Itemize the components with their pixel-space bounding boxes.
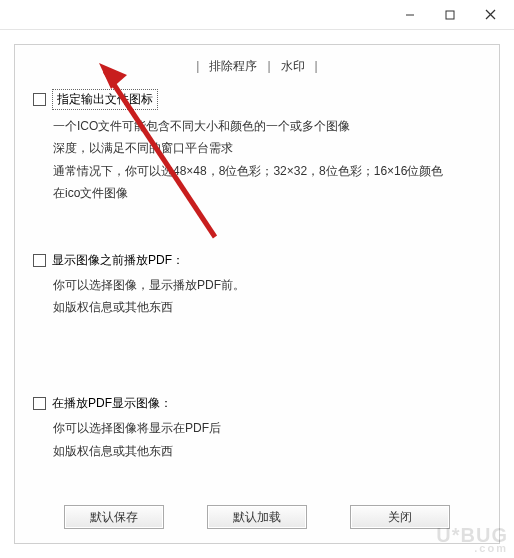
checkbox-label-after-pdf: 在播放PDF显示图像： xyxy=(52,395,172,412)
site-watermark: U*BUG .com xyxy=(436,526,508,554)
desc-line: 如版权信息或其他东西 xyxy=(53,297,481,317)
checkbox-after-pdf[interactable] xyxy=(33,397,46,410)
checkbox-label-output-icon: 指定输出文件图标 xyxy=(52,89,158,110)
tab-watermark[interactable]: 水印 xyxy=(277,58,309,75)
section-after-pdf: 在播放PDF显示图像： 你可以选择图像将显示在PDF后 如版权信息或其他东西 xyxy=(15,383,499,467)
load-default-button[interactable]: 默认加载 xyxy=(207,505,307,529)
tab-exclude-program[interactable]: 排除程序 xyxy=(205,58,261,75)
window-titlebar xyxy=(0,0,514,30)
tab-separator: | xyxy=(190,59,205,73)
close-button[interactable] xyxy=(470,1,510,29)
desc-line: 你可以选择图像将显示在PDF后 xyxy=(53,418,481,438)
maximize-button[interactable] xyxy=(430,1,470,29)
tab-separator: | xyxy=(309,59,324,73)
close-icon xyxy=(485,9,496,20)
desc-line: 深度，以满足不同的窗口平台需求 xyxy=(53,138,481,158)
main-panel: | 排除程序 | 水印 | 指定输出文件图标 一个ICO文件可能包含不同大小和颜… xyxy=(14,44,500,544)
desc-line: 你可以选择图像，显示播放PDF前。 xyxy=(53,275,481,295)
desc-line: 如版权信息或其他东西 xyxy=(53,441,481,461)
svg-rect-1 xyxy=(446,11,454,19)
save-default-button[interactable]: 默认保存 xyxy=(64,505,164,529)
checkbox-label-before-pdf: 显示图像之前播放PDF： xyxy=(52,252,184,269)
button-row: 默认保存 默认加载 关闭 xyxy=(15,505,499,529)
checkbox-output-icon[interactable] xyxy=(33,93,46,106)
close-dialog-button[interactable]: 关闭 xyxy=(350,505,450,529)
maximize-icon xyxy=(445,10,455,20)
desc-line: 通常情况下，你可以选48×48，8位色彩；32×32，8位色彩；16×16位颜色 xyxy=(53,161,481,181)
section-output-icon: 指定输出文件图标 一个ICO文件可能包含不同大小和颜色的一个或多个图像 深度，以… xyxy=(15,77,499,210)
section-before-pdf: 显示图像之前播放PDF： 你可以选择图像，显示播放PDF前。 如版权信息或其他东… xyxy=(15,240,499,324)
desc-line: 一个ICO文件可能包含不同大小和颜色的一个或多个图像 xyxy=(53,116,481,136)
tab-separator: | xyxy=(261,59,276,73)
minimize-button[interactable] xyxy=(390,1,430,29)
watermark-prefix: U xyxy=(436,524,451,546)
desc-line: 在ico文件图像 xyxy=(53,183,481,203)
checkbox-before-pdf[interactable] xyxy=(33,254,46,267)
minimize-icon xyxy=(405,10,415,20)
tab-bar: | 排除程序 | 水印 | xyxy=(15,55,499,77)
